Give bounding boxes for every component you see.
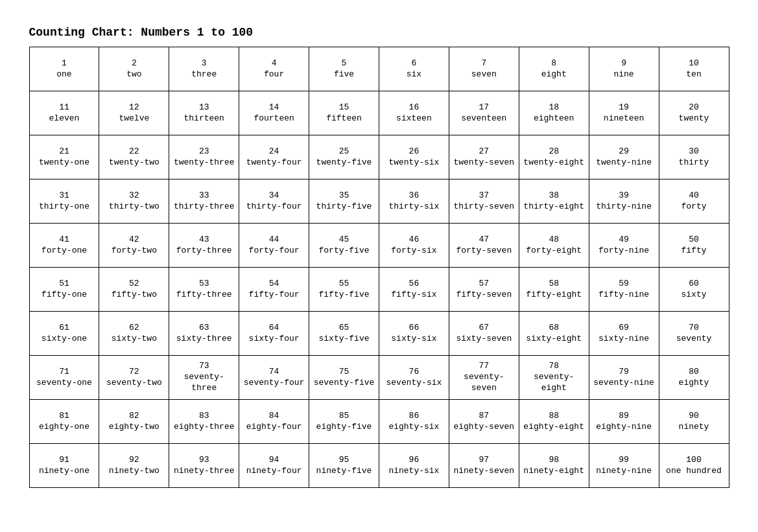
word-19: nineteen: [592, 113, 656, 124]
word-46: forty-six: [382, 246, 446, 257]
table-cell-80: 80eighty: [659, 356, 729, 400]
word-34: thirty-four: [242, 202, 306, 213]
word-81: eighty-one: [32, 422, 97, 433]
word-59: fifty-nine: [592, 290, 656, 301]
table-cell-58: 58fifty-eight: [519, 268, 589, 312]
table-cell-23: 23twenty-three: [169, 135, 239, 179]
number-99: 99: [592, 455, 656, 466]
table-cell-88: 88eighty-eight: [519, 400, 589, 444]
word-66: sixty-six: [382, 334, 446, 345]
number-55: 55: [312, 279, 376, 290]
word-72: seventy-two: [102, 378, 166, 389]
word-69: sixty-nine: [592, 334, 656, 345]
number-1: 1: [32, 58, 97, 69]
word-3: three: [172, 69, 236, 80]
table-cell-79: 79seventy-nine: [589, 356, 659, 400]
number-86: 86: [382, 411, 446, 422]
number-27: 27: [452, 146, 516, 157]
word-49: forty-nine: [592, 246, 656, 257]
number-61: 61: [32, 323, 97, 334]
table-cell-45: 45forty-five: [309, 224, 379, 268]
table-cell-84: 84eighty-four: [239, 400, 309, 444]
number-7: 7: [452, 58, 516, 69]
table-cell-32: 32thirty-two: [99, 179, 169, 224]
word-7: seven: [452, 69, 516, 80]
number-17: 17: [452, 102, 516, 113]
table-cell-69: 69sixty-nine: [589, 312, 659, 356]
table-cell-14: 14fourteen: [239, 91, 309, 135]
table-cell-96: 96ninety-six: [379, 444, 449, 488]
table-cell-54: 54fifty-four: [239, 268, 309, 312]
word-100: one hundred: [662, 466, 726, 477]
number-56: 56: [382, 279, 446, 290]
table-cell-35: 35thirty-five: [309, 179, 379, 224]
number-26: 26: [382, 146, 446, 157]
word-22: twenty-two: [102, 157, 166, 168]
word-94: ninety-four: [242, 466, 306, 477]
number-35: 35: [312, 191, 376, 202]
number-51: 51: [32, 279, 97, 290]
word-57: fifty-seven: [452, 290, 516, 301]
word-27: twenty-seven: [452, 157, 516, 168]
table-cell-62: 62sixty-two: [99, 312, 169, 356]
table-cell-67: 67sixty-seven: [449, 312, 519, 356]
table-cell-25: 25twenty-five: [309, 135, 379, 179]
word-95: ninety-five: [312, 466, 376, 477]
word-77: seventy-seven: [452, 372, 516, 394]
number-80: 80: [662, 367, 726, 378]
number-13: 13: [172, 102, 236, 113]
table-cell-100: 100one hundred: [659, 444, 729, 488]
table-cell-40: 40forty: [659, 179, 729, 224]
word-54: fifty-four: [242, 290, 306, 301]
number-11: 11: [32, 102, 97, 113]
table-cell-82: 82eighty-two: [99, 400, 169, 444]
word-86: eighty-six: [382, 422, 446, 433]
word-13: thirteen: [172, 113, 236, 124]
table-cell-2: 2two: [99, 47, 169, 91]
word-24: twenty-four: [242, 157, 306, 168]
table-cell-28: 28twenty-eight: [519, 135, 589, 179]
table-cell-81: 81eighty-one: [29, 400, 99, 444]
number-84: 84: [242, 411, 306, 422]
table-cell-64: 64sixty-four: [239, 312, 309, 356]
table-cell-47: 47forty-seven: [449, 224, 519, 268]
table-cell-51: 51fifty-one: [29, 268, 99, 312]
table-cell-83: 83eighty-three: [169, 400, 239, 444]
number-48: 48: [522, 235, 586, 246]
number-12: 12: [102, 102, 166, 113]
number-5: 5: [312, 58, 376, 69]
table-cell-55: 55fifty-five: [309, 268, 379, 312]
table-cell-30: 30thirty: [659, 135, 729, 179]
word-50: fifty: [662, 246, 726, 257]
table-cell-43: 43forty-three: [169, 224, 239, 268]
number-44: 44: [242, 235, 306, 246]
word-25: twenty-five: [312, 157, 376, 168]
table-cell-99: 99ninety-nine: [589, 444, 659, 488]
number-22: 22: [102, 146, 166, 157]
number-100: 100: [662, 455, 726, 466]
word-70: seventy: [662, 334, 726, 345]
number-54: 54: [242, 279, 306, 290]
number-67: 67: [452, 323, 516, 334]
word-8: eight: [522, 69, 586, 80]
number-29: 29: [592, 146, 656, 157]
table-cell-89: 89eighty-nine: [589, 400, 659, 444]
number-28: 28: [522, 146, 586, 157]
table-cell-34: 34thirty-four: [239, 179, 309, 224]
number-24: 24: [242, 146, 306, 157]
number-34: 34: [242, 191, 306, 202]
word-93: ninety-three: [172, 466, 236, 477]
table-cell-65: 65sixty-five: [309, 312, 379, 356]
word-14: fourteen: [242, 113, 306, 124]
word-65: sixty-five: [312, 334, 376, 345]
table-cell-50: 50fifty: [659, 224, 729, 268]
word-88: eighty-eight: [522, 422, 586, 433]
number-16: 16: [382, 102, 446, 113]
word-90: ninety: [662, 422, 726, 433]
table-cell-24: 24twenty-four: [239, 135, 309, 179]
number-70: 70: [662, 323, 726, 334]
table-cell-13: 13thirteen: [169, 91, 239, 135]
number-31: 31: [32, 191, 97, 202]
word-76: seventy-six: [382, 378, 446, 389]
table-cell-98: 98ninety-eight: [519, 444, 589, 488]
